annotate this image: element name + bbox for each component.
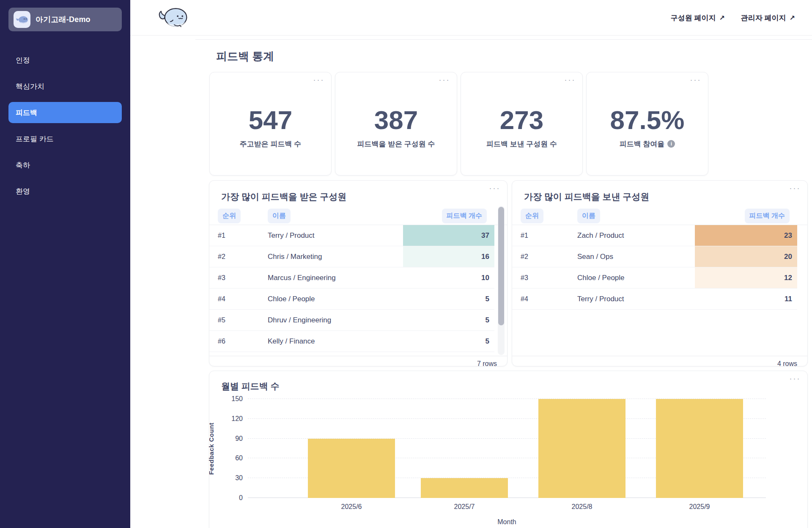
y-tick-label: 90 (235, 435, 243, 443)
name-cell: Sean / Ops (577, 246, 695, 267)
sidebar-item-label: 환영 (16, 187, 30, 196)
y-tick-label: 150 (231, 395, 243, 403)
table-row: #4 Chloe / People 5 (209, 289, 494, 310)
rank-cell: #5 (209, 310, 268, 330)
stat-label: 피드백 보낸 구성원 수 (486, 139, 557, 149)
sidebar-item-label: 인정 (16, 55, 30, 65)
monthly-feedback-chart-card: 월별 피드백 수 ··· Feedback Count Month 030609… (209, 371, 808, 528)
sidebar-item-핵심가치[interactable]: 핵심가치 (8, 76, 122, 97)
external-link-icon: ↗ (790, 14, 795, 22)
table-row: #3 Chloe / People 12 (512, 267, 797, 289)
sidebar-menu: 인정 핵심가치 피드백 프로필 카드 축하 환영 (0, 50, 130, 207)
y-tick-label: 120 (231, 415, 243, 423)
workspace-switcher[interactable]: 아기고래-Demo (8, 8, 122, 31)
stat-label: 피드백을 받은 구성원 수 (357, 139, 435, 149)
name-cell: Kelly / Finance (268, 331, 403, 352)
column-header-name: 이름 (268, 209, 291, 223)
x-tick-label: 2025/8 (572, 503, 593, 511)
rank-cell: #1 (209, 225, 268, 246)
whale-illustration-icon (158, 6, 189, 30)
x-tick-label: 2025/7 (454, 503, 475, 511)
rank-cell: #6 (209, 331, 268, 352)
count-cell: 5 (403, 331, 494, 352)
name-cell: Chloe / People (268, 289, 403, 309)
more-menu-icon[interactable]: ··· (789, 183, 801, 192)
count-cell: 16 (403, 246, 494, 267)
stat-card: ··· 87.5% 피드백 참여율 i (586, 72, 708, 176)
sidebar-item-인정[interactable]: 인정 (8, 50, 122, 71)
stat-value: 547 (249, 105, 292, 135)
page-title: 피드백 통계 (216, 49, 274, 64)
sidebar-item-프로필 카드[interactable]: 프로필 카드 (8, 128, 122, 149)
sidebar-item-축하[interactable]: 축하 (8, 154, 122, 176)
name-cell: Marcus / Engineering (268, 267, 403, 288)
table-header: 순위 이름 피드백 개수 (512, 207, 797, 225)
stat-card: ··· 273 피드백 보낸 구성원 수 (461, 72, 583, 176)
name-cell: Zach / Product (577, 225, 695, 246)
column-header-count: 피드백 개수 (442, 209, 487, 223)
received-feedback-table-card: 가장 많이 피드백을 받은 구성원 ··· 순위 이름 피드백 개수 #1 Te… (209, 180, 508, 366)
chart-plot: Feedback Count Month 03060901201502025/6… (248, 399, 766, 498)
chart-title: 월별 피드백 수 (221, 380, 280, 392)
table-title: 가장 많이 피드백을 보낸 구성원 (524, 191, 649, 203)
table-row: #1 Zach / Product 23 (512, 225, 797, 246)
bar-2025/6 (308, 439, 395, 498)
name-cell: Chloe / People (577, 267, 695, 288)
count-cell: 5 (403, 289, 494, 309)
stat-value: 273 (500, 105, 543, 135)
sidebar-item-피드백[interactable]: 피드백 (8, 102, 122, 123)
rank-cell: #1 (512, 225, 577, 246)
column-header-rank: 순위 (521, 209, 543, 223)
name-cell: Terry / Product (268, 225, 403, 246)
more-menu-icon[interactable]: ··· (489, 183, 500, 192)
topbar-link[interactable]: 구성원 페이지 ↗ (671, 13, 725, 23)
scrollbar-track (498, 206, 505, 355)
more-menu-icon[interactable]: ··· (439, 75, 450, 84)
count-cell: 20 (695, 246, 797, 267)
column-header-count: 피드백 개수 (745, 209, 790, 223)
info-icon[interactable]: i (667, 140, 675, 148)
x-tick-label: 2025/9 (689, 503, 710, 511)
whale-logo-icon (14, 11, 30, 28)
content-divider (195, 39, 812, 40)
rank-cell: #2 (512, 246, 577, 267)
stat-label: 주고받은 피드백 수 (240, 139, 301, 149)
bar-2025/7 (421, 478, 508, 498)
topbar: 구성원 페이지 ↗ 관리자 페이지 ↗ (130, 0, 812, 36)
more-menu-icon[interactable]: ··· (789, 374, 801, 382)
table-row-count: 7 rows (209, 356, 507, 367)
more-menu-icon[interactable]: ··· (564, 75, 576, 84)
column-header-rank: 순위 (218, 209, 241, 223)
table-row: #4 Terry / Product 11 (512, 289, 797, 310)
tables-row: 가장 많이 피드백을 받은 구성원 ··· 순위 이름 피드백 개수 #1 Te… (209, 180, 808, 366)
sidebar-item-label: 핵심가치 (16, 82, 44, 91)
y-tick-label: 0 (239, 494, 243, 502)
more-menu-icon[interactable]: ··· (313, 75, 324, 84)
count-cell: 23 (695, 225, 797, 246)
table-row: #6 Kelly / Finance 5 (209, 331, 494, 352)
stat-card: ··· 387 피드백을 받은 구성원 수 (335, 72, 457, 176)
sidebar-item-label: 프로필 카드 (16, 134, 54, 144)
table-body: #1 Zach / Product 23 #2 Sean / Ops 20 #3… (512, 225, 807, 310)
more-menu-icon[interactable]: ··· (690, 75, 701, 84)
sidebar-item-label: 축하 (16, 160, 30, 170)
external-link-icon: ↗ (719, 14, 724, 22)
table-row: #5 Dhruv / Engineering 5 (209, 310, 494, 331)
rank-cell: #3 (209, 267, 268, 288)
bar-2025/9 (656, 399, 743, 498)
sidebar-item-label: 피드백 (16, 108, 37, 118)
topbar-link-label: 관리자 페이지 (741, 13, 786, 23)
sidebar-item-환영[interactable]: 환영 (8, 181, 122, 202)
topbar-link[interactable]: 관리자 페이지 ↗ (741, 13, 795, 23)
name-cell: Terry / Product (577, 289, 695, 309)
topbar-links: 구성원 페이지 ↗ 관리자 페이지 ↗ (671, 0, 795, 36)
y-axis-label: Feedback Count (207, 399, 216, 498)
count-cell: 37 (403, 225, 494, 246)
bar-2025/8 (538, 399, 625, 498)
scrollbar-thumb[interactable] (498, 207, 504, 325)
rank-cell: #2 (209, 246, 268, 267)
column-header-name: 이름 (577, 209, 600, 223)
stat-cards-row: ··· 547 주고받은 피드백 수 ··· 387 피드백을 받은 구성원 수… (209, 72, 708, 176)
table-row-count: 4 rows (512, 356, 807, 367)
table-row: #1 Terry / Product 37 (209, 225, 494, 246)
